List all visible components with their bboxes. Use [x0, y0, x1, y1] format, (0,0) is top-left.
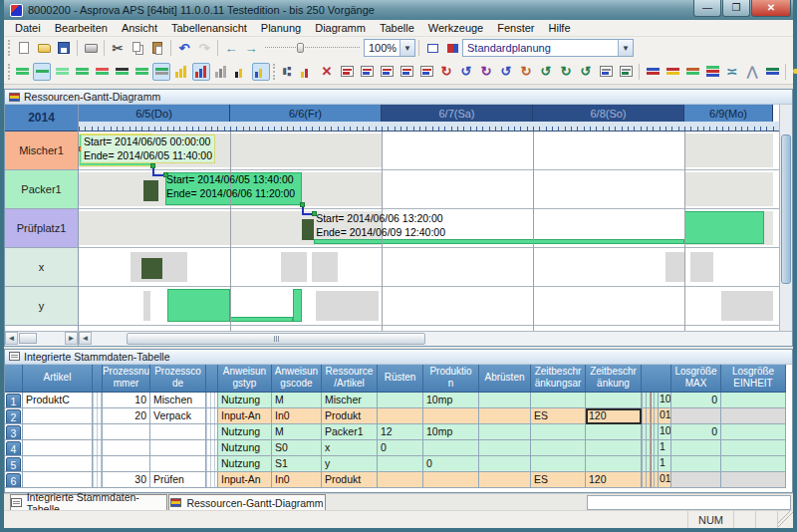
cell-produktion[interactable]: [423, 472, 479, 488]
cell-losmax[interactable]: [671, 472, 721, 488]
gantt-resource-packer1[interactable]: Packer1: [5, 170, 78, 209]
cell-prozesscode[interactable]: Mischen: [150, 393, 206, 408]
scroll-right-icon[interactable]: ►: [65, 332, 78, 345]
operation-bar[interactable]: [684, 211, 764, 244]
cell-abruesten[interactable]: [479, 456, 531, 472]
plan-select[interactable]: Standardplanung ▼: [462, 39, 634, 57]
column-header-ressource[interactable]: Ressource /Artikel: [322, 365, 378, 393]
gantt-resource-x[interactable]: x: [5, 248, 78, 287]
menu-werkzeuge[interactable]: Werkzeuge: [421, 21, 490, 35]
cell-abruesten[interactable]: [479, 440, 531, 456]
cell-ressource[interactable]: Packer1: [322, 424, 378, 440]
flag-icon[interactable]: [298, 63, 316, 81]
cell-zeit[interactable]: 120: [586, 472, 642, 488]
cell-ruesten[interactable]: [378, 456, 423, 472]
reschedule3-icon[interactable]: ↻: [477, 63, 495, 81]
cell-produktion[interactable]: 10mp: [423, 424, 479, 440]
column-header-stripes[interactable]: [642, 365, 671, 393]
gantt-resource-mischer1[interactable]: Mischer1: [5, 132, 78, 170]
gantt-day-header-6-6[interactable]: 6/6(Fr): [230, 105, 382, 122]
cell-produktion[interactable]: 10mp: [423, 393, 479, 408]
split-bar-icon[interactable]: [644, 63, 662, 81]
scrollbar-thumb[interactable]: [19, 333, 37, 344]
cell-ruesten[interactable]: [378, 408, 423, 424]
cell-anweisungstyp[interactable]: Nutzung: [218, 440, 272, 456]
reschedule5-icon[interactable]: ↻: [517, 63, 535, 81]
gantt-day-header-6-8[interactable]: 6/8(So): [533, 105, 684, 122]
column-header-zeit[interactable]: Zeitbeschr änkung: [586, 365, 642, 393]
reschedule6-icon[interactable]: ↺: [537, 63, 555, 81]
column-header-artikel[interactable]: Artikel: [23, 365, 93, 393]
inventory-graph-icon[interactable]: [232, 63, 250, 81]
gantt-lane-prüfplatz1[interactable]: Start= 2014/06/06 13:20:00 Ende= 2014/06…: [79, 209, 779, 248]
resize-grip[interactable]: [777, 511, 793, 528]
row-number[interactable]: 5: [6, 457, 21, 472]
column-header-ruesten[interactable]: Rüsten: [378, 365, 423, 393]
back-icon[interactable]: ←: [222, 39, 240, 57]
copy-icon[interactable]: [129, 39, 146, 57]
row-number[interactable]: 2: [6, 409, 21, 424]
menu-tabelle[interactable]: Tabelle: [373, 21, 421, 35]
maximize-button[interactable]: ❐: [722, 0, 750, 17]
peak-icon[interactable]: ⋀: [743, 63, 761, 81]
clipped-cell[interactable]: 01: [658, 472, 670, 487]
cell-ruesten[interactable]: [378, 393, 423, 408]
column-header-prozesscode[interactable]: Prozessco de: [150, 365, 206, 393]
row-number[interactable]: 3: [6, 425, 21, 440]
sp2-table-icon[interactable]: [378, 63, 396, 81]
forward-icon[interactable]: →: [242, 39, 260, 57]
clipped-cell[interactable]: 1: [658, 440, 670, 455]
menu-ansicht[interactable]: Ansicht: [115, 21, 164, 35]
cell-prozesscode[interactable]: [150, 440, 206, 456]
sp4-table-icon[interactable]: [417, 63, 435, 81]
cell-prozesscode[interactable]: [150, 424, 206, 440]
result-table-icon[interactable]: [597, 63, 615, 81]
sp1-table-icon[interactable]: [358, 63, 376, 81]
cell-zeit[interactable]: [586, 424, 642, 440]
cell-prozessnummer[interactable]: [103, 456, 150, 472]
chevron-down-icon[interactable]: ▼: [399, 40, 414, 56]
cell-prozesscode[interactable]: Prüfen: [150, 472, 206, 488]
row-header-cell[interactable]: 6: [5, 472, 23, 488]
rows-icon[interactable]: [763, 63, 781, 81]
cell-loseinheit[interactable]: [721, 440, 786, 456]
column-header-losmax[interactable]: Losgröße MAX: [671, 365, 721, 393]
setup-bar[interactable]: [141, 258, 163, 279]
reschedule7-icon[interactable]: ↻: [557, 63, 575, 81]
cell-artikel[interactable]: [23, 440, 93, 456]
column-header-prozessnummer[interactable]: Prozessnu mmer: [103, 365, 150, 393]
row-header-cell[interactable]: 5: [5, 456, 23, 472]
int-table-icon[interactable]: [338, 63, 356, 81]
cell-prozesscode[interactable]: Verpack: [150, 408, 206, 424]
cell-produktion[interactable]: 0: [423, 456, 479, 472]
gantt-chart-area[interactable]: 6/5(Do)6/6(Fr)6/7(Sa)6/8(So)6/9(Mo) Star…: [79, 105, 779, 331]
gantt-resource-prüfplatz1[interactable]: Prüfplatz1: [5, 209, 78, 248]
cell-zeit[interactable]: 120: [586, 408, 642, 424]
cell-losmax[interactable]: 0: [671, 424, 721, 440]
column-header-loseinheit[interactable]: Losgröße EINHEIT: [721, 365, 786, 393]
cell-zeitart[interactable]: ES: [531, 472, 586, 488]
cell-artikel[interactable]: [23, 408, 93, 424]
menu-diagramm[interactable]: Diagramm: [308, 21, 373, 35]
cell-ruesten[interactable]: 0: [378, 440, 423, 456]
row-number[interactable]: 6: [6, 473, 21, 488]
tab-integrierte-stammdaten-tabelle[interactable]: Integrierte Stammdaten-Tabelle: [10, 494, 167, 510]
cell-anweisungstyp[interactable]: Input-An: [218, 408, 272, 424]
cut-icon[interactable]: ✂: [109, 39, 127, 57]
clipped-cell[interactable]: 01: [658, 408, 670, 423]
gantt-flat-icon[interactable]: [53, 63, 71, 81]
operation-bar[interactable]: [293, 289, 303, 322]
highlight-icon[interactable]: [790, 63, 797, 81]
scrollbar-thumb[interactable]: [127, 333, 425, 345]
cell-abruesten[interactable]: [479, 393, 531, 408]
cell-prozessnummer[interactable]: 20: [103, 408, 150, 424]
toolbar-grip[interactable]: [8, 40, 12, 56]
gantt-vertical-scrollbar[interactable]: [779, 105, 792, 331]
cell-anweisungstyp[interactable]: Nutzung: [218, 424, 272, 440]
cell-ressource[interactable]: y: [322, 456, 378, 472]
open-file-icon[interactable]: [35, 39, 53, 57]
toolbar-grip[interactable]: [8, 64, 10, 80]
cell-ressource[interactable]: Produkt: [322, 472, 378, 488]
insert-row-icon[interactable]: [423, 39, 441, 57]
reschedule2-icon[interactable]: ↺: [457, 63, 475, 81]
